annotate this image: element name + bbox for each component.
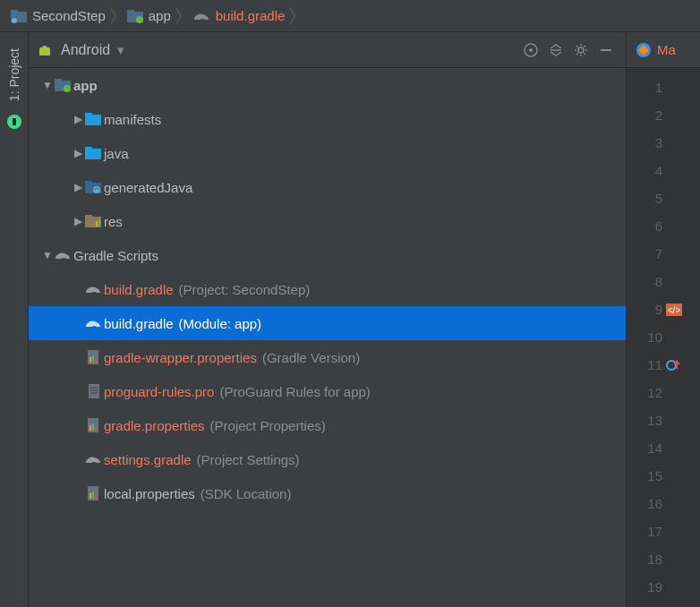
gutter-line[interactable]: 14 bbox=[627, 434, 700, 462]
gutter-line[interactable]: 13 bbox=[627, 406, 700, 434]
gutter-line[interactable]: 9</> bbox=[627, 295, 700, 323]
twisty-icon[interactable]: ▼ bbox=[41, 249, 54, 261]
tree-node[interactable]: gradle-wrapper.properties(Gradle Version… bbox=[29, 340, 626, 374]
svg-rect-28 bbox=[96, 221, 98, 227]
tree-node[interactable]: gradle.properties(Project Properties) bbox=[29, 408, 626, 442]
tree-hint: (Project: SecondStep) bbox=[179, 282, 311, 297]
svg-rect-20 bbox=[85, 113, 92, 116]
gutter-line[interactable]: 1 bbox=[627, 73, 700, 101]
gutter-line[interactable]: 6 bbox=[627, 212, 700, 240]
crumb-file[interactable]: build.gradle bbox=[187, 4, 291, 29]
settings-button[interactable] bbox=[568, 38, 593, 63]
gradle-icon bbox=[84, 282, 104, 296]
svg-rect-1 bbox=[11, 10, 18, 13]
svg-rect-41 bbox=[95, 427, 97, 431]
folder-icon bbox=[84, 112, 104, 126]
tree-node[interactable]: ▼Gradle Scripts bbox=[29, 238, 626, 272]
gutter-line[interactable]: 7 bbox=[627, 240, 700, 268]
svg-rect-44 bbox=[92, 492, 94, 499]
svg-rect-8 bbox=[39, 48, 50, 56]
tree-node[interactable]: ▶java bbox=[29, 136, 626, 170]
chevron-right-icon bbox=[290, 4, 301, 29]
xml-marker-icon[interactable]: </> bbox=[666, 304, 682, 316]
tree-node[interactable]: settings.gradle(Project Settings) bbox=[29, 442, 626, 476]
gradle-icon bbox=[84, 316, 104, 330]
tree-hint: (Project Properties) bbox=[210, 418, 326, 433]
chevron-down-icon[interactable]: ▾ bbox=[117, 42, 124, 58]
view-selector-label[interactable]: Android bbox=[61, 42, 110, 58]
gradle-icon bbox=[192, 9, 210, 23]
tab-label: Ma bbox=[657, 42, 676, 57]
line-number: 17 bbox=[637, 524, 662, 539]
override-marker-icon[interactable] bbox=[666, 358, 680, 372]
props-icon bbox=[84, 485, 104, 501]
gutter-line[interactable]: 10 bbox=[627, 323, 700, 351]
tree-node[interactable]: build.gradle(Project: SecondStep) bbox=[29, 272, 626, 306]
scroll-from-source-button[interactable] bbox=[518, 38, 543, 63]
chevron-right-icon bbox=[176, 4, 187, 29]
line-number: 11 bbox=[637, 357, 662, 372]
project-tool-button[interactable]: 1: Project bbox=[7, 48, 21, 101]
tree-node[interactable]: ▼app bbox=[29, 68, 626, 102]
twisty-icon[interactable]: ▶ bbox=[72, 215, 84, 227]
crumb-label: build.gradle bbox=[216, 8, 286, 23]
tree-label: gradle.properties bbox=[104, 418, 205, 433]
module-icon bbox=[54, 78, 73, 92]
twisty-icon[interactable]: ▶ bbox=[72, 181, 84, 193]
hide-button[interactable] bbox=[593, 38, 619, 63]
collapse-all-button[interactable] bbox=[543, 38, 568, 63]
twisty-icon[interactable]: ▶ bbox=[72, 147, 84, 159]
svg-rect-24 bbox=[85, 181, 92, 184]
tool-rail: 1: Project bbox=[0, 32, 29, 607]
tree-node[interactable]: ▶res bbox=[29, 204, 626, 238]
tree-label: build.gradle bbox=[104, 282, 174, 297]
gutter-line[interactable]: 16 bbox=[627, 490, 700, 517]
gutter-line[interactable]: 3 bbox=[627, 129, 700, 157]
tree-label: build.gradle bbox=[104, 316, 174, 331]
svg-point-49 bbox=[667, 361, 676, 370]
tree-node[interactable]: local.properties(SDK Location) bbox=[29, 476, 626, 510]
gutter-line[interactable]: 2 bbox=[627, 101, 700, 129]
tree-label: generatedJava bbox=[104, 180, 192, 195]
gutter-line[interactable]: 8 bbox=[627, 268, 700, 295]
gutter-line[interactable]: 5 bbox=[627, 184, 700, 212]
gutter-line[interactable]: 12 bbox=[627, 379, 700, 406]
tree-label: gradle-wrapper.properties bbox=[104, 350, 257, 365]
crumb-module[interactable]: app bbox=[122, 4, 176, 29]
tree-node[interactable]: ▶manifests bbox=[29, 102, 626, 136]
svg-point-5 bbox=[136, 16, 143, 23]
line-number: 14 bbox=[637, 440, 662, 456]
tree-hint: (ProGuard Rules for app) bbox=[219, 384, 370, 399]
svg-rect-32 bbox=[92, 355, 94, 363]
line-number: 3 bbox=[637, 135, 662, 150]
gutter-line[interactable]: 4 bbox=[627, 157, 700, 184]
tree-label: settings.gradle bbox=[104, 452, 192, 467]
gutter-line[interactable]: 11 bbox=[627, 351, 700, 379]
gutter-line[interactable]: 15 bbox=[627, 462, 700, 490]
props-icon bbox=[84, 349, 104, 365]
twisty-icon[interactable]: ▶ bbox=[72, 113, 84, 125]
svg-rect-17 bbox=[55, 79, 62, 82]
crumb-label: app bbox=[149, 8, 171, 23]
tree-node[interactable]: build.gradle(Module: app) bbox=[29, 306, 626, 340]
gutter-line[interactable]: 18 bbox=[627, 545, 700, 573]
gutter[interactable]: 123456789</>10111213141516171819 bbox=[627, 68, 700, 607]
line-number: 2 bbox=[637, 107, 662, 123]
project-panel: Android ▾ ▼app▶manifests▶java▶generatedJ… bbox=[29, 32, 627, 607]
svg-rect-39 bbox=[90, 425, 91, 431]
project-tree[interactable]: ▼app▶manifests▶java▶generatedJava▶res▼Gr… bbox=[29, 68, 626, 607]
svg-point-12 bbox=[529, 48, 533, 52]
props-icon bbox=[84, 417, 104, 433]
svg-point-2 bbox=[12, 18, 17, 23]
android-icon bbox=[36, 41, 54, 59]
svg-text:</>: </> bbox=[668, 305, 681, 315]
editor-tab[interactable]: Ma bbox=[632, 32, 679, 67]
tree-node[interactable]: proguard-rules.pro(ProGuard Rules for ap… bbox=[29, 374, 626, 408]
svg-rect-34 bbox=[89, 384, 99, 398]
gutter-line[interactable]: 19 bbox=[627, 573, 700, 601]
tree-node[interactable]: ▶generatedJava bbox=[29, 170, 626, 204]
crumb-root[interactable]: SecondStep bbox=[5, 4, 111, 29]
editor-area: Ma 123456789</>10111213141516171819 bbox=[627, 32, 700, 607]
gutter-line[interactable]: 17 bbox=[627, 517, 700, 545]
twisty-icon[interactable]: ▼ bbox=[41, 79, 54, 91]
